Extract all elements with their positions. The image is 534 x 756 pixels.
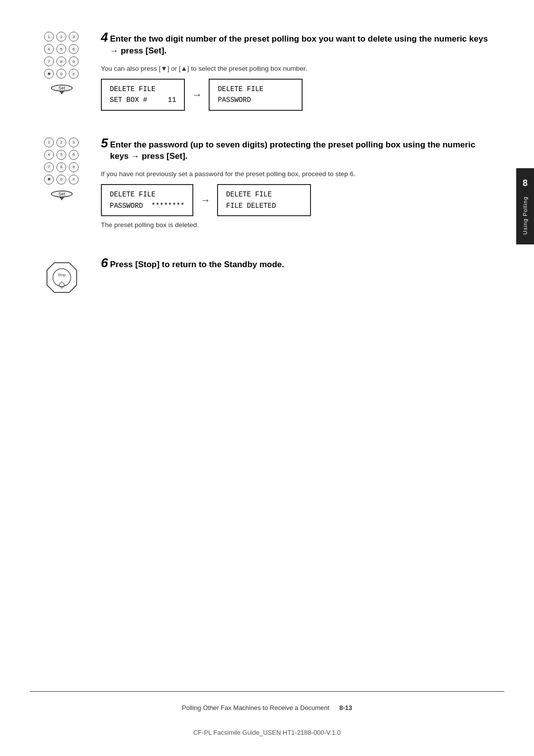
- key-hash: #: [69, 69, 79, 79]
- sidebar-tab-label: Using Polling: [522, 196, 528, 235]
- keypad-grid-5: 1 2 3 4 5 6 7 8 9 ✱ 0 #: [44, 138, 80, 186]
- key-starb: ✱: [44, 175, 54, 185]
- set-label-4: Set: [58, 86, 65, 91]
- step-4-note: You can also press [▼] or [▲] to select …: [101, 64, 494, 74]
- step-5-number: 5: [101, 136, 108, 151]
- step-5-body: 5 Enter the password (up to seven digits…: [101, 136, 494, 236]
- keypad-icon-5: 1 2 3 4 5 6 7 8 9 ✱ 0 # Set: [40, 136, 84, 190]
- key-7: 7: [44, 56, 54, 66]
- key-5b: 5: [56, 150, 66, 160]
- step-4-section: 1 2 3 4 5 6 7 8 9 ✱ 0 # Set: [40, 30, 494, 116]
- step-6-section: Stop 6 Press [Stop] to return to the Sta…: [40, 255, 494, 300]
- step-4-heading: Enter the two digit number of the preset…: [110, 33, 494, 57]
- step-4-lcd-after-line1: DELETE FILE: [218, 84, 294, 94]
- key-8: 8: [56, 56, 66, 66]
- step-5-heading: Enter the password (up to seven digits) …: [110, 139, 494, 163]
- key-1: 1: [44, 32, 54, 42]
- keypad-grid-4: 1 2 3 4 5 6 7 8 9 ✱ 0 #: [44, 32, 80, 80]
- step-4-body: 4 Enter the two digit number of the pres…: [101, 30, 494, 116]
- step-5-note: If you have not previously set a passwor…: [101, 169, 494, 179]
- key-3: 3: [69, 32, 79, 42]
- step-5-lcd-after: DELETE FILE FILE DELETED: [217, 184, 311, 216]
- key-8b: 8: [56, 162, 66, 172]
- footer-line: [30, 691, 504, 692]
- key-7b: 7: [44, 162, 54, 172]
- key-6b: 6: [69, 150, 79, 160]
- svg-text:Stop: Stop: [58, 273, 66, 277]
- step-6-heading-row: 6 Press [Stop] to return to the Standby …: [101, 255, 494, 275]
- sidebar-tab: 8 Using Polling: [516, 168, 534, 244]
- step-4-lcd-row: DELETE FILE SET BOX # 11 → DELETE FILE P…: [101, 79, 494, 111]
- step-5-heading-row: 5 Enter the password (up to seven digits…: [101, 136, 494, 167]
- step-4-number: 4: [101, 30, 108, 45]
- step-4-lcd-before-line2: SET BOX # 11: [110, 94, 176, 105]
- step-4-icon: 1 2 3 4 5 6 7 8 9 ✱ 0 # Set: [40, 30, 89, 84]
- step-5-lcd-before-line1: DELETE FILE: [110, 189, 184, 200]
- doc-id: CF-PL Facsimile Guide_USEN HT1-2188-000-…: [0, 729, 534, 736]
- step-4-lcd-after: DELETE FILE PASSWORD: [209, 79, 303, 111]
- step-5-lcd-before-line2: PASSWORD ********: [110, 200, 184, 211]
- key-2b: 2: [56, 138, 66, 147]
- step-5-lcd-before: DELETE FILE PASSWORD ********: [101, 184, 193, 216]
- set-label-5: Set: [58, 191, 65, 196]
- step-6-heading: Press [Stop] to return to the Standby mo…: [110, 259, 284, 271]
- stop-icon-container: Stop: [40, 255, 84, 300]
- key-5: 5: [56, 44, 66, 54]
- page-footer: Polling Other Fax Machines to Receive a …: [30, 704, 504, 711]
- key-6: 6: [69, 44, 79, 54]
- key-3b: 3: [69, 138, 79, 147]
- set-button-5: Set: [51, 190, 73, 197]
- key-0b: 0: [56, 175, 66, 185]
- step-5-deleted-note: The preset polling box is deleted.: [101, 221, 494, 229]
- step-4-heading-row: 4 Enter the two digit number of the pres…: [101, 30, 494, 61]
- step-5-icon: 1 2 3 4 5 6 7 8 9 ✱ 0 # Set: [40, 136, 89, 190]
- key-1b: 1: [44, 138, 54, 147]
- step-4-lcd-before: DELETE FILE SET BOX # 11: [101, 79, 185, 111]
- step-4-arrow: →: [192, 89, 202, 100]
- key-hashb: #: [69, 175, 79, 185]
- step-6-body: 6 Press [Stop] to return to the Standby …: [101, 255, 494, 278]
- key-9: 9: [69, 56, 79, 66]
- step-6-number: 6: [101, 255, 108, 271]
- stop-button-svg: Stop: [42, 258, 82, 297]
- step-5-lcd-row: DELETE FILE PASSWORD ******** → DELETE F…: [101, 184, 494, 216]
- set-button-4: Set: [51, 85, 73, 92]
- key-0: 0: [56, 69, 66, 79]
- step-4-lcd-after-line2: PASSWORD: [218, 94, 294, 105]
- footer-description: Polling Other Fax Machines to Receive a …: [182, 704, 329, 711]
- step-5-lcd-after-line2: FILE DELETED: [226, 200, 302, 211]
- key-star: ✱: [44, 69, 54, 79]
- step-6-icon: Stop: [40, 255, 89, 300]
- step-5-arrow: →: [200, 194, 210, 206]
- page-content: 1 2 3 4 5 6 7 8 9 ✱ 0 # Set: [0, 0, 534, 339]
- step-5-section: 1 2 3 4 5 6 7 8 9 ✱ 0 # Set: [40, 136, 494, 236]
- key-9b: 9: [69, 162, 79, 172]
- sidebar-tab-number: 8: [523, 178, 528, 189]
- key-4b: 4: [44, 150, 54, 160]
- step-5-lcd-after-line1: DELETE FILE: [226, 189, 302, 200]
- keypad-icon-4: 1 2 3 4 5 6 7 8 9 ✱ 0 # Set: [40, 30, 84, 84]
- svg-point-1: [53, 269, 71, 286]
- key-2: 2: [56, 32, 66, 42]
- key-4: 4: [44, 44, 54, 54]
- step-4-lcd-before-line1: DELETE FILE: [110, 84, 176, 94]
- footer-page: 8-13: [339, 704, 352, 711]
